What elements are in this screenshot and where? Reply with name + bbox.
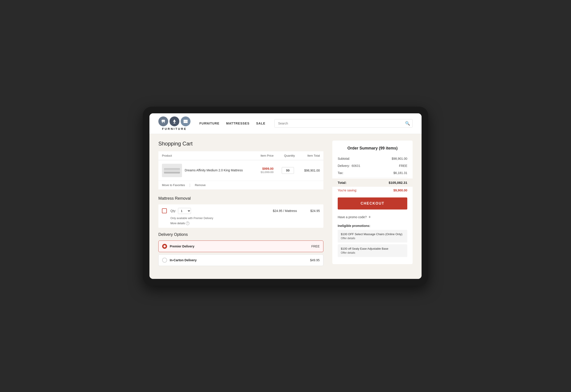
delivery-label-text: Delivery:: [338, 164, 350, 168]
nav-sale[interactable]: SALE: [256, 122, 265, 125]
summary-total-row: Total: $105,082.31: [332, 178, 413, 187]
svg-rect-1: [162, 122, 163, 123]
header: FURNITURE FURNITURE MATTRESSES SALE 🔍: [149, 113, 422, 134]
subtotal-value: $98,901.00: [392, 157, 407, 160]
logo-icon-dresser: [181, 116, 190, 126]
tax-label: Tax:: [338, 171, 343, 175]
search-input[interactable]: [274, 119, 413, 128]
delivery-zip: 60631: [352, 164, 360, 168]
col-quantity: Quantity: [277, 151, 299, 160]
summary-savings-row: You're saving: $9,900.00: [338, 187, 407, 194]
action-divider: |: [189, 183, 190, 187]
summary-delivery-row: Delivery: 60631 FREE: [338, 162, 407, 169]
logo-icon-chair: [158, 116, 168, 126]
delivery-option-premier[interactable]: Premier Delivery FREE: [158, 241, 323, 252]
promo-card-2-link[interactable]: Offer details: [341, 251, 404, 254]
checkout-button[interactable]: CHECKOUT: [338, 197, 407, 209]
page-title: Shopping Cart: [158, 141, 323, 147]
main-content: Shopping Cart Product Item Price Quantit…: [149, 134, 422, 279]
promo-card-2-title: $100 off Sealy Ease Adjustable Base: [341, 247, 404, 250]
logo-text: FURNITURE: [162, 127, 187, 131]
summary-subtotal-row: Subtotal: $98,901.00: [338, 155, 407, 162]
svg-rect-5: [173, 123, 175, 123]
removal-price-per: $24.95 / Mattress: [273, 209, 297, 213]
svg-rect-0: [162, 120, 165, 122]
removal-note: Only available with Premier Delivery: [171, 216, 320, 221]
tax-value: $6,181.31: [393, 171, 407, 175]
mattress-image-svg: [163, 165, 181, 175]
more-details-label: More details: [171, 222, 185, 225]
more-details[interactable]: More details ?: [171, 221, 320, 226]
ineligible-section: Ineligible promotions: $100 OFF Select M…: [338, 224, 407, 257]
removal-row: Qty: 1 2 3 $24.95 / Mattress $24.95: [162, 208, 320, 214]
summary-title: Order Summary (99 items): [338, 146, 407, 151]
right-panel: Order Summary (99 items) Subtotal: $98,9…: [332, 141, 413, 272]
svg-rect-2: [164, 122, 165, 123]
remove-button[interactable]: Remove: [195, 183, 205, 187]
promo-section[interactable]: Have a promo code? +: [338, 213, 407, 221]
screen: FURNITURE FURNITURE MATTRESSES SALE 🔍 Sh…: [149, 113, 422, 279]
col-item-total: Item Total: [299, 151, 323, 160]
item-total: $98,901.00: [299, 160, 323, 181]
qty-label: Qty:: [171, 209, 176, 213]
logo-area: FURNITURE: [158, 116, 190, 131]
search-icon-button[interactable]: 🔍: [402, 119, 413, 128]
product-name: Dreams Affinity Medium 2.0 King Mattress: [185, 168, 243, 173]
svg-point-8: [185, 120, 186, 121]
col-product: Product: [158, 151, 255, 160]
nav-furniture[interactable]: FURNITURE: [200, 122, 219, 125]
delivery-value: FREE: [399, 164, 407, 168]
quantity-input[interactable]: [282, 167, 294, 174]
cart-table: Product Item Price Quantity Item Total: [158, 151, 323, 189]
removal-checkbox[interactable]: [162, 208, 167, 213]
nav-mattresses[interactable]: MATTRESSES: [226, 122, 250, 125]
delivery-label: Delivery: 60631: [338, 164, 360, 168]
svg-rect-11: [164, 168, 180, 170]
promo-label: Have a promo code?: [338, 215, 367, 219]
total-label: Total:: [338, 181, 347, 185]
removal-price: $24.95 / Mattress $24.95: [273, 209, 320, 213]
price-current: $999.00: [258, 167, 273, 171]
device-frame: FURNITURE FURNITURE MATTRESSES SALE 🔍 Sh…: [143, 107, 428, 286]
premier-label: Premier Delivery: [170, 245, 309, 248]
delivery-title: Delivery Options: [158, 232, 323, 237]
price-cell: $999.00 $1,099.00: [255, 160, 277, 181]
premier-radio-inner: [163, 245, 166, 247]
order-summary: Order Summary (99 items) Subtotal: $98,9…: [332, 141, 413, 264]
promo-card-1-link[interactable]: Offer details: [341, 237, 404, 240]
quantity-cell: [277, 160, 299, 181]
price-original: $1,099.00: [258, 171, 273, 174]
promo-card-1-title: $100 OFF Select Massage Chairs (Online O…: [341, 232, 404, 236]
table-row: Dreams Affinity Medium 2.0 King Mattress…: [158, 160, 323, 181]
col-item-price: Item Price: [255, 151, 277, 160]
move-to-favorites-button[interactable]: Move to Favorites: [162, 183, 185, 187]
product-cell: Dreams Affinity Medium 2.0 King Mattress: [158, 160, 255, 181]
help-icon: ?: [186, 221, 189, 225]
mattress-removal-title: Mattress Removal: [158, 196, 323, 201]
premier-radio: [162, 244, 167, 249]
delivery-option-incarton[interactable]: In-Carton Delivery $49.95: [158, 254, 323, 266]
cart-actions-row: Move to Favorites | Remove: [158, 181, 323, 189]
incarton-label: In-Carton Delivery: [170, 258, 307, 262]
logo-icons: [158, 116, 190, 126]
savings-value: $9,900.00: [393, 189, 407, 192]
mattress-removal-section: Mattress Removal Qty: 1 2 3: [158, 196, 323, 228]
promo-card-1: $100 OFF Select Massage Chairs (Online O…: [338, 230, 407, 243]
removal-qty: Qty: 1 2 3: [171, 208, 191, 214]
promo-plus-icon: +: [369, 215, 371, 219]
search-icon: 🔍: [405, 121, 410, 126]
product-info: Dreams Affinity Medium 2.0 King Mattress: [182, 168, 243, 173]
qty-select[interactable]: 1 2 3: [178, 208, 191, 214]
search-bar: 🔍: [274, 119, 413, 128]
logo-icon-lamp: [170, 116, 179, 126]
cart-actions: Move to Favorites | Remove: [158, 181, 323, 189]
svg-rect-12: [164, 172, 180, 173]
removal-total: $24.95: [310, 209, 320, 213]
savings-label: You're saving:: [338, 189, 357, 192]
left-panel: Shopping Cart Product Item Price Quantit…: [158, 141, 332, 272]
subtotal-label: Subtotal:: [338, 157, 350, 160]
promo-card-2: $100 off Sealy Ease Adjustable Base Offe…: [338, 244, 407, 257]
summary-divider: [338, 177, 407, 178]
delivery-section: Delivery Options Premier Delivery FREE I…: [158, 232, 323, 266]
product-image: [162, 164, 182, 177]
